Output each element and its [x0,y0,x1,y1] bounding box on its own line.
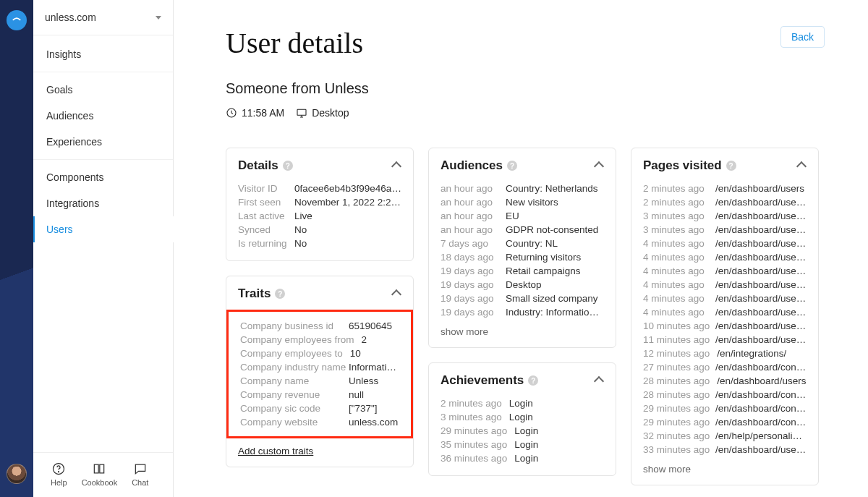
row-value: /en/dashboard/contact… [715,362,807,373]
row-value: /en/dashboard/users [715,183,804,194]
list-item: 10 minutes ago/en/dashboard/users/c… [643,319,807,333]
list-item: SyncedNo [238,223,401,237]
chat-icon [133,462,148,476]
row-label: 2 minutes ago [643,183,708,194]
collapse-toggle[interactable] [594,161,604,171]
user-time: 11:58 AM [242,107,284,119]
list-item: Company employees to10 [240,347,399,360]
add-custom-traits-link[interactable]: Add custom traits [238,446,313,456]
list-item: 3 minutes ago/en/dashboard/users/vis… [643,209,807,223]
row-value: /en/dashboard/users/vis… [715,238,807,249]
row-label: an hour ago [441,197,498,208]
help-icon[interactable]: ? [528,375,538,386]
list-item: 2 minutes agoLogin [441,396,604,410]
row-label: Company sic code [240,403,341,414]
traits-heading: Traits [238,286,271,301]
row-value: 0facee6eb4b3f99e46ab93c… [294,183,401,194]
list-item: Is returningNo [238,237,401,250]
row-value: EU [506,211,519,221]
row-label: an hour ago [441,211,498,221]
row-value: November 1, 2022 2:24 PM [294,197,401,208]
list-item: 4 minutes ago/en/dashboard/users/vis… [643,250,807,264]
help-icon[interactable]: ? [283,161,293,171]
row-label: 2 minutes ago [643,197,708,208]
cookbook-button[interactable]: Cookbook [82,462,118,487]
row-value: Country: NL [506,238,558,249]
sidebar-nav: Insights Goals Audiences Experiences Com… [33,35,173,452]
row-value: /en/dashboard/users/co… [715,266,807,276]
collapse-toggle[interactable] [391,161,401,171]
row-label: 19 days ago [441,293,498,304]
list-item: Company employees from2 [240,333,399,347]
row-label: 7 days ago [441,238,498,249]
row-label: 28 minutes ago [643,375,710,386]
list-item: 19 days agoDesktop [441,278,604,292]
list-item: 3 minutes agoLogin [441,410,604,424]
row-value: 2 [362,334,367,345]
row-label: 27 minutes ago [643,362,708,373]
workspace-selector[interactable]: unless.com [33,0,173,35]
main-content: User details Back Someone from Unless 11… [174,0,868,497]
row-value: ["737"] [349,403,378,414]
sidebar-item-goals[interactable]: Goals [33,77,173,103]
user-subtitle: Someone from Unless [226,80,825,97]
list-item: 36 minutes agoLogin [441,451,604,465]
list-item: 29 minutes agoLogin [441,424,604,438]
help-icon[interactable]: ? [726,161,736,171]
details-card: Details? Visitor ID0facee6eb4b3f99e46ab9… [226,148,414,261]
row-value: /en/dashboard/users/c… [715,320,807,331]
sidebar-item-integrations[interactable]: Integrations [33,190,173,216]
collapse-toggle[interactable] [796,161,807,171]
collapse-toggle[interactable] [391,289,401,299]
sidebar-item-experiences[interactable]: Experiences [33,129,173,155]
help-icon[interactable]: ? [507,161,517,171]
row-value: /en/dashboard/users/vis… [715,252,807,263]
row-value: unless.com [349,417,398,428]
row-label: 36 minutes ago [441,453,507,464]
list-item: Company nameUnless [240,374,399,388]
row-value: Login [514,453,538,464]
sidebar-item-users[interactable]: Users [33,216,173,242]
show-more-link[interactable]: show more [643,464,807,475]
row-value: No [294,238,307,249]
row-label: 29 minutes ago [441,425,507,436]
row-label: 33 minutes ago [643,444,708,455]
row-value: Information T… [349,362,399,373]
list-item: 18 days agoReturning visitors [441,250,604,264]
row-label: 12 minutes ago [643,348,710,359]
help-icon [51,462,66,476]
list-item: 29 minutes ago/en/dashboard/contacts [643,415,807,429]
app-logo-icon[interactable] [7,10,27,30]
pages-visited-card: Pages visited? 2 minutes ago/en/dashboar… [631,148,819,485]
chat-button[interactable]: Chat [132,462,148,487]
collapse-toggle[interactable] [594,375,604,386]
row-value: Desktop [506,279,542,290]
help-button[interactable]: Help [51,462,67,487]
row-value: /en/dashboard/contact… [715,403,807,414]
row-label: Is returning [238,238,287,249]
list-item: 11 minutes ago/en/dashboard/users/v… [643,333,807,347]
list-item: 4 minutes ago/en/dashboard/users/vis… [643,305,807,319]
help-icon[interactable]: ? [275,289,285,299]
list-item: 2 minutes ago/en/dashboard/users [643,182,807,195]
avatar[interactable] [7,464,27,484]
audiences-heading: Audiences [441,158,503,173]
book-icon [92,462,106,476]
row-label: 19 days ago [441,266,498,276]
sidebar-item-insights[interactable]: Insights [33,41,173,67]
back-button[interactable]: Back [780,26,825,48]
row-value: 65190645 [349,320,392,331]
sidebar-item-components[interactable]: Components [33,164,173,190]
show-more-link[interactable]: show more [441,326,604,337]
cards-row: Details? Visitor ID0facee6eb4b3f99e46ab9… [226,148,825,485]
list-item: 7 days agoCountry: NL [441,237,604,250]
page-title: User details [226,26,363,60]
workspace-name: unless.com [45,12,96,23]
row-value: /en/dashboard/users/v… [715,334,807,345]
list-item: 32 minutes ago/en/help/personalizati… [643,429,807,443]
row-label: 4 minutes ago [643,293,708,304]
row-value: Login [509,398,533,409]
row-value: Login [514,439,538,450]
list-item: 12 minutes ago/en/integrations/ [643,347,807,360]
sidebar-item-audiences[interactable]: Audiences [33,103,173,129]
